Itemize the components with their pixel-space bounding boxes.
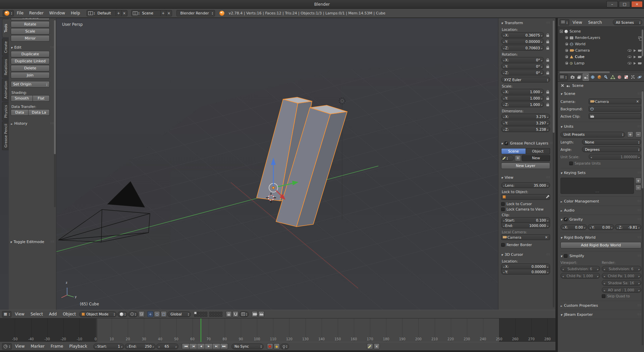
lens-field[interactable]: Lens:35.000 <box>501 182 550 188</box>
tab-relations[interactable]: Relations <box>2 56 9 78</box>
lock-icon[interactable] <box>545 39 550 44</box>
custom-properties-header[interactable]: Custom Properties <box>560 302 641 309</box>
pivot-dropdown[interactable] <box>128 311 138 317</box>
lock-icon[interactable] <box>545 57 550 63</box>
location-x-field[interactable]: X:0.36075 <box>501 32 544 38</box>
minimize-button[interactable]: – <box>606 1 618 7</box>
npanel-scrollbar[interactable] <box>553 20 554 307</box>
mode-dropdown[interactable]: Object Mode <box>79 311 117 317</box>
remove-keying-set-button[interactable]: − <box>635 185 641 191</box>
layer-toggle[interactable] <box>217 314 220 317</box>
data-layout-transfer-button[interactable]: Data La <box>29 109 50 116</box>
outliner-row-scene[interactable]: Scene <box>560 28 644 35</box>
lock-icon[interactable] <box>545 70 550 75</box>
expand-icon[interactable] <box>565 55 568 58</box>
expand-icon[interactable] <box>565 49 568 52</box>
angle-dropdown[interactable]: Degrees <box>582 146 641 152</box>
view-panel-header[interactable]: View <box>501 174 550 180</box>
view3d-editor-type-button[interactable] <box>2 311 11 317</box>
lock-icon[interactable] <box>545 89 550 95</box>
layer-toggle[interactable] <box>209 312 212 314</box>
view3d-object-menu[interactable]: Object <box>60 310 78 318</box>
lock-icon[interactable] <box>545 64 550 69</box>
menu-render[interactable]: Render <box>26 9 46 17</box>
set-origin-dropdown[interactable]: Set Origin <box>11 81 50 87</box>
layer-toggle[interactable] <box>194 312 197 314</box>
renderability-camera-icon[interactable] <box>638 62 641 64</box>
tab-render-layers[interactable] <box>576 73 582 81</box>
timeline-marker-menu[interactable]: Marker <box>28 342 47 350</box>
render-subdivision-field[interactable]: Subdivision: 6 <box>602 266 641 272</box>
outliner-display-dropdown[interactable]: All Scenes <box>613 19 642 25</box>
close-button[interactable]: × <box>631 1 643 7</box>
gp-add-button[interactable]: + <box>515 155 521 161</box>
manipulator-rotate-toggle[interactable]: ○ <box>154 311 160 317</box>
unit-scale-field[interactable]: 1.000000 <box>589 154 641 160</box>
tab-material[interactable] <box>616 73 623 81</box>
mirror-button[interactable]: Mirror <box>11 35 50 42</box>
manipulator-scale-toggle[interactable]: □ <box>161 311 167 317</box>
outliner-row-renderlayers[interactable]: RenderLayers <box>560 35 644 41</box>
dim-y-field[interactable]: Y:3.297 <box>501 120 550 126</box>
outliner-row-world[interactable]: World <box>560 41 644 47</box>
layer-toggle[interactable] <box>212 312 214 314</box>
grease-pencil-panel-header[interactable]: Grease Pencil Layers <box>501 140 550 146</box>
gravity-z-field[interactable]: Z:-9.81 <box>615 224 641 230</box>
layer-toggle[interactable] <box>205 312 207 314</box>
timeline-editor-type-button[interactable] <box>2 343 12 350</box>
new-layer-button[interactable]: New Layer <box>501 163 550 169</box>
data-transfer-button[interactable]: Data <box>11 109 29 116</box>
duplicate-linked-button[interactable]: Duplicate Linked <box>11 58 50 64</box>
maximize-button[interactable]: □ <box>619 1 630 7</box>
tab-animation[interactable]: Animation <box>2 78 9 101</box>
color-management-header[interactable]: Color Management <box>560 198 641 204</box>
layer-toggle[interactable] <box>202 312 205 314</box>
play-reverse-button[interactable] <box>197 343 205 349</box>
tab-object[interactable] <box>596 73 602 81</box>
visibility-eye-icon[interactable] <box>628 62 632 64</box>
clear-icon[interactable]: × <box>545 235 548 239</box>
delete-button[interactable]: Delete <box>11 65 50 71</box>
layer-toggle[interactable] <box>202 314 205 317</box>
lock-icon[interactable] <box>545 102 550 107</box>
lamp-object[interactable] <box>339 98 345 104</box>
jbeam-exporter-header[interactable]: JBeam Exporter <box>560 311 641 318</box>
auto-keying-toggle[interactable]: ◆ <box>274 343 280 349</box>
simplify-checkbox[interactable] <box>564 254 568 258</box>
transform-panel-header[interactable]: Transform <box>501 20 550 26</box>
edit-panel-header[interactable]: Edit <box>11 44 54 50</box>
delete-scene-button[interactable]: × <box>166 10 172 16</box>
separate-units-toggle[interactable]: Separate Units <box>569 161 601 165</box>
outliner-hscrollbar[interactable] <box>558 70 644 73</box>
lock-icon[interactable] <box>545 96 550 101</box>
layer-toggle[interactable] <box>194 314 197 317</box>
insert-keyframe-button[interactable] <box>367 343 373 349</box>
simplify-panel-header[interactable]: Simplify <box>560 252 641 259</box>
expand-icon[interactable] <box>565 62 568 65</box>
gravity-checkbox[interactable] <box>564 218 568 221</box>
add-preset-button[interactable]: + <box>627 131 633 137</box>
timeline-playback-menu[interactable]: Playback <box>66 342 90 350</box>
scene-panel-header[interactable]: Scene <box>560 90 641 97</box>
shadow-samples-field[interactable]: Shadow Sa: 16 <box>602 280 641 286</box>
rotation-mode-dropdown[interactable]: XYZ Euler <box>501 77 550 82</box>
visibility-eye-icon[interactable] <box>628 56 632 58</box>
rotation-z-field[interactable]: Z:0° <box>501 70 544 75</box>
selectability-arrow-icon[interactable] <box>634 49 636 52</box>
tab-modifiers[interactable] <box>603 73 609 81</box>
lock-camera-toggle[interactable]: Lock Camera to View <box>501 207 550 211</box>
info-editor-type-button[interactable] <box>3 10 14 16</box>
gravity-panel-header[interactable]: Gravity <box>560 216 641 223</box>
audio-header[interactable]: Audio <box>560 207 641 214</box>
tab-create[interactable]: Create <box>2 38 9 56</box>
visibility-eye-icon[interactable] <box>628 49 632 52</box>
add-rigid-body-world-button[interactable]: Add Rigid Body World <box>560 242 641 248</box>
viewport-3d[interactable]: User Persp (65) Cube z y Tools Create Re… <box>0 18 555 310</box>
local-camera-field[interactable]: Camera× <box>501 234 550 240</box>
toolshelf-scrollbar[interactable] <box>54 19 56 207</box>
add-layout-button[interactable]: + <box>116 10 121 16</box>
location-z-field[interactable]: Z:0.70603 <box>501 45 544 51</box>
skip-quad-toggle[interactable]: Skip Quad to <box>602 294 641 298</box>
toggle-editmode-panel-header[interactable]: Toggle Editmode <box>10 239 54 245</box>
expand-icon[interactable] <box>565 43 568 46</box>
